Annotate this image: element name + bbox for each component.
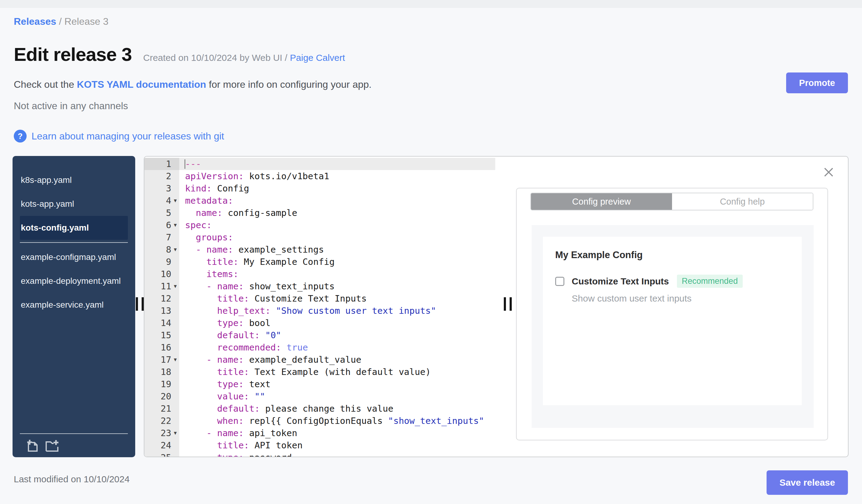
line-number: 1 — [144, 158, 171, 170]
line-number: 24 — [144, 439, 171, 451]
editor-resize-handle[interactable] — [504, 297, 512, 311]
file-item-k8s-app.yaml[interactable]: k8s-app.yaml — [20, 168, 128, 192]
fold-arrow-icon[interactable]: ▾ — [171, 243, 179, 256]
line-number: 16 — [144, 341, 171, 354]
promote-button[interactable]: Promote — [786, 72, 848, 93]
gutter-cell: 2 — [144, 170, 179, 182]
channel-status: Not active in any channels — [14, 100, 128, 111]
code-text: type: password — [179, 451, 495, 457]
code-line-14[interactable]: 14 type: bool — [144, 317, 495, 329]
fold-arrow-icon[interactable]: ▾ — [171, 354, 179, 366]
code-line-2[interactable]: 2apiVersion: kots.io/v1beta1 — [144, 170, 495, 182]
fold-arrow-icon[interactable]: ▾ — [171, 280, 179, 292]
gutter-cell: 5 — [144, 207, 179, 219]
code-text: title: API token — [179, 439, 495, 451]
config-item-label: Customize Text Inputs — [572, 276, 669, 287]
fold-arrow-icon[interactable]: ▾ — [171, 427, 179, 439]
code-text: - name: example_settings — [179, 243, 495, 256]
gutter-cell: 25 — [144, 451, 179, 457]
config-card: My Example Config Customize Text Inputs … — [543, 237, 802, 405]
gutter-cell: 8▾ — [144, 243, 179, 256]
file-item-kots-config.yaml[interactable]: kots-config.yaml — [20, 216, 128, 240]
yaml-editor[interactable]: 1---2apiVersion: kots.io/v1beta13kind: C… — [144, 157, 495, 457]
config-item-row: Customize Text Inputs Recommended — [555, 275, 789, 288]
fold-spacer — [171, 439, 179, 451]
code-line-16[interactable]: 16 recommended: true — [144, 341, 495, 354]
fold-spacer — [171, 207, 179, 219]
code-line-19[interactable]: 19 type: text — [144, 378, 495, 390]
code-line-24[interactable]: 24 title: API token — [144, 439, 495, 451]
line-number: 11 — [144, 280, 171, 292]
fold-arrow-icon[interactable]: ▾ — [171, 195, 179, 207]
breadcrumb: Releases / Release 3 — [14, 16, 108, 27]
code-line-13[interactable]: 13 help_text: "Show custom user text inp… — [144, 305, 495, 317]
doc-line: Check out the KOTS YAML documentation fo… — [14, 79, 372, 90]
code-line-5[interactable]: 5 name: config-sample — [144, 207, 495, 219]
gutter-cell: 14 — [144, 317, 179, 329]
code-text: recommended: true — [179, 341, 495, 354]
customize-text-inputs-checkbox[interactable] — [555, 277, 564, 286]
top-strip — [0, 0, 862, 8]
save-release-button[interactable]: Save release — [767, 470, 848, 495]
close-icon[interactable] — [823, 167, 835, 178]
file-item-example-configmap.yaml[interactable]: example-configmap.yaml — [20, 245, 128, 269]
code-text: --- — [179, 158, 495, 170]
new-file-icon[interactable] — [25, 438, 39, 452]
recommended-badge: Recommended — [677, 275, 743, 288]
code-line-8[interactable]: 8▾ - name: example_settings — [144, 243, 495, 256]
breadcrumb-link-releases[interactable]: Releases — [14, 16, 56, 27]
code-line-20[interactable]: 20 value: "" — [144, 390, 495, 402]
line-number: 25 — [144, 451, 171, 457]
doc-line-before: Check out the — [14, 79, 77, 90]
file-item-example-service.yaml[interactable]: example-service.yaml — [20, 293, 128, 317]
created-line: Created on 10/10/2024 by Web UI / Paige … — [143, 53, 345, 63]
code-line-3[interactable]: 3kind: Config — [144, 182, 495, 195]
code-line-18[interactable]: 18 title: Text Example (with default val… — [144, 366, 495, 378]
file-item-example-deployment.yaml[interactable]: example-deployment.yaml — [20, 269, 128, 293]
new-folder-icon[interactable] — [45, 438, 59, 452]
created-prefix: Created on 10/10/2024 by Web UI / — [143, 53, 290, 63]
fold-spacer — [171, 231, 179, 243]
kots-yaml-doc-link[interactable]: KOTS YAML documentation — [77, 79, 206, 90]
code-line-10[interactable]: 10 items: — [144, 268, 495, 280]
code-text: kind: Config — [179, 182, 495, 195]
gutter-cell: 9 — [144, 256, 179, 268]
file-item-kots-app.yaml[interactable]: kots-app.yaml — [20, 192, 128, 216]
code-line-23[interactable]: 23▾ - name: api_token — [144, 427, 495, 439]
code-line-21[interactable]: 21 default: please change this value — [144, 402, 495, 415]
config-group-title: My Example Config — [555, 250, 789, 261]
code-line-22[interactable]: 22 when: repl{{ ConfigOptionEquals "show… — [144, 415, 495, 427]
code-line-11[interactable]: 11▾ - name: show_text_inputs — [144, 280, 495, 292]
fold-spacer — [171, 402, 179, 415]
file-sidebar: k8s-app.yamlkots-app.yamlkots-config.yam… — [13, 156, 135, 457]
code-lines: 1---2apiVersion: kots.io/v1beta13kind: C… — [144, 158, 495, 457]
git-help-link[interactable]: ? Learn about managing your releases wit… — [14, 130, 224, 143]
code-text: help_text: "Show custom user text inputs… — [179, 305, 495, 317]
preview-tabs: Config previewConfig help — [531, 193, 813, 210]
gutter-cell: 16 — [144, 341, 179, 354]
tab-config-preview[interactable]: Config preview — [531, 193, 672, 210]
code-line-15[interactable]: 15 default: "0" — [144, 329, 495, 341]
code-text: name: config-sample — [179, 207, 495, 219]
gutter-cell: 18 — [144, 366, 179, 378]
code-text: - name: api_token — [179, 427, 495, 439]
code-line-6[interactable]: 6▾spec: — [144, 219, 495, 231]
gutter-cell: 10 — [144, 268, 179, 280]
code-line-17[interactable]: 17▾ - name: example_default_value — [144, 354, 495, 366]
fold-arrow-icon[interactable]: ▾ — [171, 219, 179, 231]
fold-spacer — [171, 305, 179, 317]
code-text: groups: — [179, 231, 495, 243]
code-line-25[interactable]: 25 type: password — [144, 451, 495, 457]
line-number: 9 — [144, 256, 171, 268]
code-line-7[interactable]: 7 groups: — [144, 231, 495, 243]
sidebar-resize-handle[interactable] — [136, 297, 144, 311]
created-author-link[interactable]: Paige Calvert — [290, 53, 345, 63]
code-text: default: "0" — [179, 329, 495, 341]
line-number: 15 — [144, 329, 171, 341]
tab-config-help[interactable]: Config help — [672, 193, 813, 210]
code-line-9[interactable]: 9 title: My Example Config — [144, 256, 495, 268]
code-line-1[interactable]: 1--- — [144, 158, 495, 170]
code-line-12[interactable]: 12 title: Customize Text Inputs — [144, 292, 495, 305]
fold-spacer — [171, 329, 179, 341]
code-line-4[interactable]: 4▾metadata: — [144, 195, 495, 207]
